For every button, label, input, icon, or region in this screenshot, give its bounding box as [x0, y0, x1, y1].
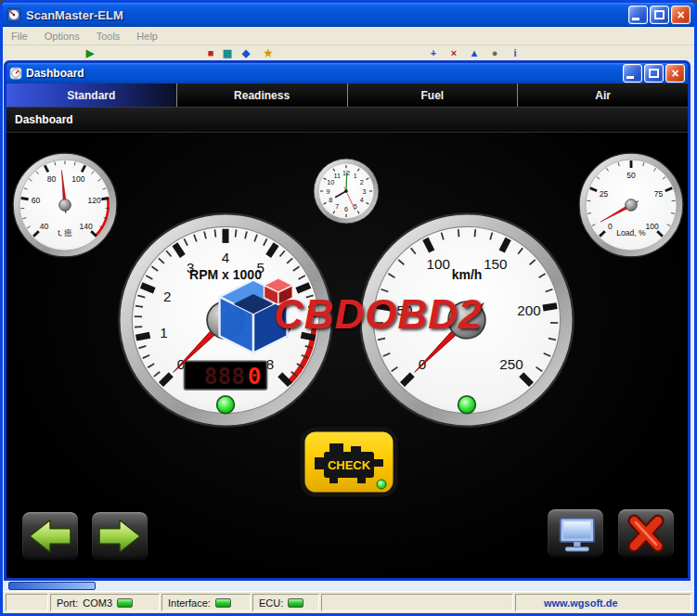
arrow-left-icon: [26, 517, 74, 556]
toolbar: ▶ ■ ▦ ◆ ★ + × ▲ ● i: [3, 45, 694, 61]
svg-text:Load, %: Load, %: [616, 228, 646, 237]
status-bar: Port: COM3 Interface: ECU: www.wgsoft.de: [3, 591, 694, 613]
svg-text:100: 100: [645, 222, 659, 231]
minimize-icon: [632, 18, 639, 20]
monitor-icon: [551, 514, 600, 553]
svg-text:60: 60: [32, 196, 41, 205]
panel-title: Dashboard: [15, 113, 73, 126]
svg-text:80: 80: [47, 174, 57, 184]
minimize-icon: [626, 76, 634, 79]
read-codes-icon[interactable]: +: [426, 46, 441, 60]
maximize-icon: [649, 69, 659, 78]
svg-text:1: 1: [354, 172, 357, 180]
tab-standard[interactable]: Standard: [6, 83, 177, 107]
tab-air[interactable]: Air: [518, 83, 688, 107]
dash-maximize-button[interactable]: [644, 64, 664, 83]
ecu-led-indicator: [288, 598, 303, 608]
website-link[interactable]: www.wgsoft.de: [544, 597, 618, 609]
main-titlebar: ScanMaster-ELM ×: [3, 3, 694, 27]
svg-text:8: 8: [329, 196, 332, 204]
svg-text:t, 癋: t, 癋: [58, 228, 72, 237]
close-icon: ×: [672, 6, 690, 23]
status-ecu: ECU:: [252, 594, 319, 611]
svg-text:100: 100: [71, 174, 85, 184]
prev-button[interactable]: [20, 510, 80, 562]
tab-fuel[interactable]: Fuel: [348, 83, 519, 107]
dashboard-window-icon: [9, 67, 22, 80]
chip-icon[interactable]: ▦: [220, 46, 235, 60]
next-button[interactable]: [90, 510, 149, 562]
svg-text:100: 100: [427, 256, 450, 272]
svg-text:0: 0: [608, 222, 613, 231]
chart-icon[interactable]: ▲: [467, 46, 482, 60]
close-icon: ×: [666, 65, 684, 82]
watermark-text: CBDOBD2: [274, 291, 483, 340]
svg-text:4: 4: [360, 196, 364, 204]
svg-text:2: 2: [163, 289, 171, 304]
interface-led-indicator: [215, 598, 231, 608]
svg-text:75: 75: [654, 189, 664, 199]
svg-text:11: 11: [334, 172, 341, 180]
status-website: www.wgsoft.de: [515, 594, 691, 611]
temperature-gauge: 406080100120140t, 癋: [12, 152, 118, 258]
connect-icon[interactable]: ▶: [83, 46, 97, 60]
status-port: Port: COM3: [50, 594, 160, 611]
port-led-indicator: [117, 598, 133, 608]
tab-readiness[interactable]: Readiness: [177, 83, 348, 107]
status-cell-spacer: [321, 594, 513, 611]
dashboard-window: Dashboard × Standard Readiness Fuel Air …: [4, 60, 691, 581]
main-window-title: ScanMaster-ELM: [26, 8, 123, 22]
app-icon: [6, 7, 21, 22]
svg-text:10: 10: [327, 178, 334, 186]
display-mode-button[interactable]: [546, 507, 605, 559]
svg-text:9: 9: [327, 187, 330, 196]
scanmaster-main-window: ScanMaster-ELM × File Options Tools Help…: [0, 0, 697, 616]
svg-text:888: 888: [204, 363, 245, 390]
svg-text:120: 120: [87, 196, 101, 205]
svg-text:0: 0: [248, 363, 262, 390]
star-icon[interactable]: ★: [261, 46, 276, 60]
status-cell-empty: [6, 594, 48, 611]
cube-icon[interactable]: ◆: [239, 46, 253, 60]
menu-help[interactable]: Help: [128, 29, 166, 44]
menubar: File Options Tools Help: [3, 27, 694, 45]
svg-text:7: 7: [335, 202, 339, 211]
maximize-button[interactable]: [650, 6, 669, 24]
svg-text:25: 25: [600, 189, 609, 199]
svg-text:km/h: km/h: [452, 267, 483, 282]
svg-text:250: 250: [499, 356, 523, 372]
dashboard-content: Standard Readiness Fuel Air Dashboard 40…: [6, 83, 688, 578]
svg-text:50: 50: [626, 171, 636, 180]
svg-text:150: 150: [484, 256, 507, 272]
dash-minimize-button[interactable]: [623, 64, 642, 83]
dashboard-titlebar: Dashboard ×: [6, 63, 688, 83]
close-button[interactable]: ×: [671, 6, 691, 24]
port-label: Port:: [57, 597, 78, 609]
menu-file[interactable]: File: [3, 29, 36, 44]
interface-label: Interface:: [168, 597, 211, 609]
mil-led: [377, 480, 386, 489]
info-icon[interactable]: i: [508, 46, 523, 60]
panel-titlebar: Dashboard: [6, 108, 688, 133]
clear-codes-icon[interactable]: ×: [446, 46, 461, 60]
menu-tools[interactable]: Tools: [88, 29, 129, 44]
close-x-icon: [622, 514, 670, 553]
arrow-right-icon: [96, 517, 144, 556]
ecu-label: ECU:: [259, 597, 283, 609]
check-engine-indicator: CHECK: [300, 427, 398, 497]
svg-text:1: 1: [160, 325, 167, 340]
check-label: CHECK: [328, 458, 371, 472]
menu-options[interactable]: Options: [36, 29, 88, 44]
port-value: COM3: [83, 597, 112, 609]
disconnect-icon[interactable]: ■: [203, 46, 218, 60]
minimized-window-strip[interactable]: [8, 582, 96, 590]
svg-text:3: 3: [362, 187, 366, 196]
dash-close-button[interactable]: ×: [665, 64, 685, 83]
maximize-icon: [654, 10, 665, 19]
status-interface: Interface:: [161, 594, 251, 611]
minimize-button[interactable]: [628, 6, 648, 24]
exit-button[interactable]: [616, 507, 676, 559]
svg-text:40: 40: [40, 222, 49, 231]
settings-icon[interactable]: ●: [487, 46, 502, 60]
svg-text:140: 140: [79, 222, 93, 231]
